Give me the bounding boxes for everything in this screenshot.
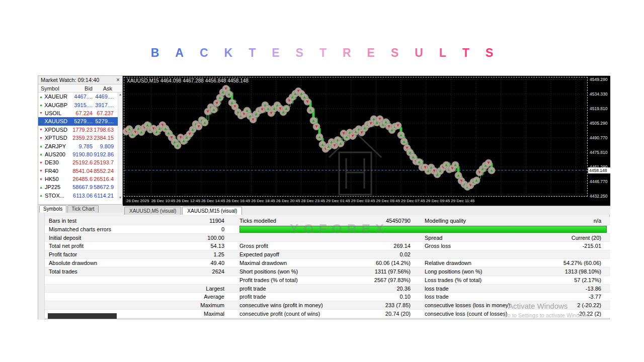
- market-watch-row[interactable]: ▲XAUUSD5279....5279....: [38, 117, 118, 125]
- modelling-quality-bar: [239, 226, 607, 233]
- report-value: 0: [177, 226, 224, 232]
- market-watch-row[interactable]: ▼FR408541.048552.24: [38, 167, 118, 175]
- price-axis-label: 4432.250: [590, 194, 610, 199]
- up-arrow-icon: ▲: [39, 95, 43, 99]
- report-label: Ticks modelled: [239, 218, 335, 224]
- symbol-cell: ▲XAUUSD: [38, 118, 67, 124]
- price-axis-label: 4446.770: [590, 179, 610, 184]
- mt4-backtest-window: Market Watch: 09:14:40 × Symbol Bid Ask …: [38, 75, 610, 319]
- time-axis-label: 29 Dec 01:45: [326, 199, 350, 203]
- time-axis-label: 29 Dec 03:45: [351, 199, 375, 203]
- report-label: Maximum: [177, 302, 224, 308]
- report-label: Gross profit: [239, 243, 335, 249]
- report-value: 20.74 (20): [335, 311, 411, 317]
- down-arrow-icon: ▼: [39, 169, 43, 172]
- market-watch-row[interactable]: ▼HK5026485.626516.4: [38, 175, 118, 183]
- market-watch-header: Symbol Bid Ask: [38, 84, 122, 93]
- bid-value: 4467....: [67, 94, 93, 100]
- tab-tick-chart[interactable]: Tick Chart: [67, 205, 98, 213]
- column-header-bid: Bid: [68, 85, 93, 92]
- report-value: 100.00: [177, 235, 224, 241]
- bid-value: 58667.9: [67, 184, 93, 190]
- table-row: Largestprofit trade20.36loss trade-13.86: [45, 285, 610, 293]
- price-axis-label: 4519.810: [590, 106, 610, 111]
- price-axis-label: 4475.810: [590, 150, 610, 155]
- report-value: 1311 (97.56%): [335, 268, 411, 275]
- symbol-cell: ▼FR40: [38, 168, 67, 174]
- activate-windows-subtext: Go to Settings to activate Windows.: [503, 312, 591, 318]
- bid-value: 9190.80: [67, 151, 93, 157]
- market-watch-tabs: SymbolsTick Chart: [38, 204, 123, 213]
- price-axis-label: 4490.770: [590, 135, 610, 140]
- title-letter: S: [296, 46, 303, 60]
- time-axis-label: 29 Dec 09:45: [426, 199, 450, 203]
- title-letter: T: [462, 46, 469, 60]
- report-value: 20.36: [335, 286, 411, 292]
- ask-value: 5279....: [93, 118, 115, 124]
- symbol-cell: ▲AUS200: [38, 151, 67, 157]
- report-label: consecutive profit (count of wins): [239, 311, 335, 317]
- market-watch-row[interactable]: ▲STOX...6113.066114.21: [38, 192, 118, 200]
- page-title: BACKTESTRESULTS: [0, 46, 644, 60]
- activate-windows-text: Activate Windows: [508, 302, 568, 310]
- bid-value: 25192.6: [67, 159, 93, 165]
- scroll-down-icon[interactable]: ▼: [119, 196, 122, 199]
- report-label: consecutive wins (profit in money): [239, 302, 335, 308]
- table-row: Bars in test11904Ticks modelled45450790M…: [45, 217, 610, 225]
- market-watch-row[interactable]: ▲JP22558667.958672.9: [38, 183, 118, 191]
- toolbox-side-strip: [38, 213, 45, 320]
- ask-value: 9.809: [93, 143, 115, 149]
- table-row: Total trades2624Short positions (won %)1…: [45, 267, 610, 276]
- symbol-name: DE30: [45, 159, 59, 165]
- market-watch-scrollbar[interactable]: ▲ ▼: [118, 93, 122, 200]
- time-axis-label: 26 Dec 14:45: [201, 199, 225, 203]
- ask-value: 26516.4: [93, 176, 115, 182]
- market-watch-row[interactable]: ▼XPDUSD1779.231798.63: [38, 126, 118, 134]
- market-watch-title: Market Watch: 09:14:40: [41, 77, 99, 83]
- market-watch-row[interactable]: ▲AUS2009190.809192.86: [38, 150, 118, 158]
- symbol-name: FR40: [45, 168, 58, 174]
- market-watch-row[interactable]: ▲ZARJPY9.7859.809: [38, 142, 118, 150]
- market-watch-row[interactable]: ▼DE3025192.625193.7: [38, 158, 118, 166]
- price-axis-label: 4534.330: [590, 92, 610, 97]
- price-axis-label: 4505.290: [590, 121, 610, 126]
- ask-value: 9192.86: [93, 151, 115, 157]
- chart-tab[interactable]: XAUUSD,M15 (visual): [182, 207, 242, 215]
- chart-tab[interactable]: XAUUSD,M5 (visual): [124, 207, 181, 215]
- down-arrow-icon: ▼: [39, 161, 43, 164]
- report-value: 60.06 (14.2%): [335, 260, 411, 266]
- report-label: Profit trades (% of total): [239, 277, 335, 283]
- report-label: Spread: [425, 235, 525, 241]
- market-watch-row[interactable]: ▼XPTUSD2359.232384.15: [38, 134, 118, 142]
- report-value: 2624: [177, 268, 224, 275]
- market-watch-row[interactable]: ▼USOIL67.22467.237: [38, 109, 118, 117]
- scroll-up-icon[interactable]: ▲: [119, 93, 122, 96]
- report-label: Gross loss: [425, 243, 525, 249]
- down-arrow-icon: ▼: [39, 177, 43, 181]
- report-label: profit trade: [239, 294, 335, 300]
- title-letter: U: [415, 46, 423, 60]
- report-label: Relative drawdown: [425, 260, 525, 266]
- close-icon[interactable]: ×: [116, 77, 120, 82]
- time-axis-label: 29 Dec 07:45: [401, 199, 425, 203]
- time-axis-label: 26 Dec 12:45: [176, 199, 200, 203]
- up-arrow-icon: ▲: [39, 144, 43, 148]
- report-label: Modelling quality: [425, 218, 525, 224]
- tab-symbols[interactable]: Symbols: [39, 205, 66, 213]
- report-label: Total net profit: [45, 243, 177, 249]
- bid-value: 26485.6: [67, 176, 93, 182]
- report-label: Short positions (won %): [239, 268, 335, 275]
- title-letter: C: [200, 46, 208, 60]
- market-watch-row[interactable]: ▲XAUGBP3915....3917....: [38, 101, 118, 109]
- symbol-cell: ▲XAUEUR: [38, 94, 67, 100]
- bid-value: 8541.04: [67, 168, 93, 174]
- report-label: loss trade: [425, 294, 525, 300]
- market-watch-row[interactable]: ▲XAUEUR4467....4469....: [38, 93, 118, 101]
- market-watch-titlebar: Market Watch: 09:14:40 ×: [38, 76, 122, 84]
- symbol-cell: ▼HK50: [38, 176, 67, 182]
- ask-value: 67.237: [93, 110, 115, 116]
- title-letter: S: [391, 46, 398, 60]
- report-label: Mismatched charts errors: [45, 226, 177, 232]
- chart-panel[interactable]: XAUUSD,M15 4464.098 4467.288 4456.848 44…: [123, 76, 610, 206]
- table-row: Absolute drawdown49.40Maximal drawdown60…: [45, 259, 610, 267]
